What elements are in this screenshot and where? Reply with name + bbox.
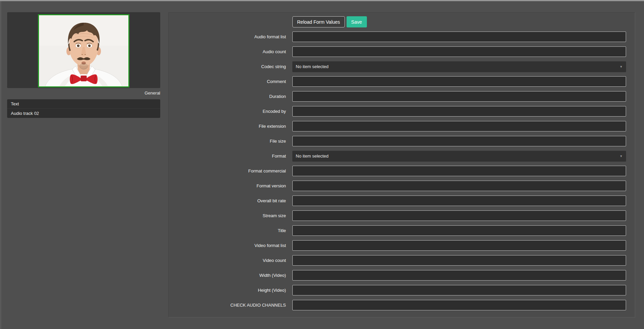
field-label: File extension xyxy=(169,124,286,129)
field-input[interactable] xyxy=(292,91,626,102)
field-label: Video format list xyxy=(169,243,286,248)
field-input[interactable] xyxy=(292,181,626,191)
thumbnail-panel xyxy=(7,12,160,88)
window-left-edge xyxy=(0,1,1,329)
field-label: Height (Video) xyxy=(169,288,286,293)
field-label: Width (Video) xyxy=(169,273,286,278)
field-label: Video count xyxy=(169,258,286,263)
chevron-down-icon: ▼ xyxy=(620,65,623,68)
field-select[interactable]: No item selected▼ xyxy=(292,61,626,72)
field-input[interactable] xyxy=(292,46,626,57)
field-input[interactable] xyxy=(292,136,626,146)
form-row: Height (Video) xyxy=(169,285,626,295)
field-input[interactable] xyxy=(292,270,626,281)
field-label: Codec string xyxy=(169,64,286,69)
field-input[interactable] xyxy=(292,300,626,310)
field-label: Comment xyxy=(169,79,286,84)
field-label: Title xyxy=(169,228,286,233)
field-label: Audio format list xyxy=(169,34,286,39)
field-input[interactable] xyxy=(292,210,626,221)
form-row: Video count xyxy=(169,255,626,266)
form-row: Video format list xyxy=(169,240,626,251)
chevron-down-icon: ▼ xyxy=(620,155,623,158)
field-input[interactable] xyxy=(292,240,626,251)
reload-form-values-button[interactable]: Reload Form Values xyxy=(292,16,345,27)
form-row: Encoded by xyxy=(169,106,626,117)
form-row: Title xyxy=(169,225,626,236)
field-label: Encoded by xyxy=(169,109,286,114)
track-item-text[interactable]: Text xyxy=(7,99,160,108)
form-rows: Audio format listAudio countCodec string… xyxy=(169,32,626,315)
form-toolbar: Reload Form Values Save xyxy=(292,16,367,27)
field-label: CHECK AUDIO CHANNELS xyxy=(169,303,286,308)
select-value: No item selected xyxy=(292,64,329,69)
form-row: Format version xyxy=(169,181,626,191)
save-button[interactable]: Save xyxy=(347,16,367,27)
form-row: Stream size xyxy=(169,210,626,221)
form-row: FormatNo item selected▼ xyxy=(169,151,626,161)
form-row: Comment xyxy=(169,76,626,87)
field-input[interactable] xyxy=(292,106,626,117)
field-label: Audio count xyxy=(169,49,286,54)
track-item-audio-02[interactable]: Audio track 02 xyxy=(7,108,160,118)
field-label: Format version xyxy=(169,183,286,188)
form-row: Audio count xyxy=(169,46,626,57)
field-label: Format commercial xyxy=(169,168,286,173)
portrait-image xyxy=(39,15,128,86)
form-row: File extension xyxy=(169,121,626,131)
window-top-edge xyxy=(0,0,644,1)
field-input[interactable] xyxy=(292,196,626,206)
form-row: File size xyxy=(169,136,626,146)
field-input[interactable] xyxy=(292,166,626,176)
form-row: Overall bit rate xyxy=(169,196,626,206)
form-row: Audio format list xyxy=(169,32,626,42)
field-input[interactable] xyxy=(292,121,626,131)
field-label: File size xyxy=(169,139,286,144)
form-row: Format commercial xyxy=(169,166,626,176)
video-thumbnail[interactable] xyxy=(38,14,129,87)
track-list: Text Audio track 02 xyxy=(7,99,160,118)
field-input[interactable] xyxy=(292,255,626,266)
field-input[interactable] xyxy=(292,285,626,295)
form-row: Duration xyxy=(169,91,626,102)
field-label: Stream size xyxy=(169,213,286,218)
form-row: Width (Video) xyxy=(169,270,626,281)
field-label: Format xyxy=(169,153,286,159)
field-input[interactable] xyxy=(292,76,626,87)
field-label: Overall bit rate xyxy=(169,198,286,203)
field-input[interactable] xyxy=(292,225,626,236)
field-select[interactable]: No item selected▼ xyxy=(292,151,626,162)
select-value: No item selected xyxy=(292,153,329,159)
form-row: CHECK AUDIO CHANNELS xyxy=(169,300,626,310)
section-label-general: General xyxy=(7,90,160,96)
form-row: Codec stringNo item selected▼ xyxy=(169,61,626,72)
metadata-form-panel: Reload Form Values Save Audio format lis… xyxy=(168,12,635,317)
field-input[interactable] xyxy=(292,32,626,42)
field-label: Duration xyxy=(169,94,286,99)
